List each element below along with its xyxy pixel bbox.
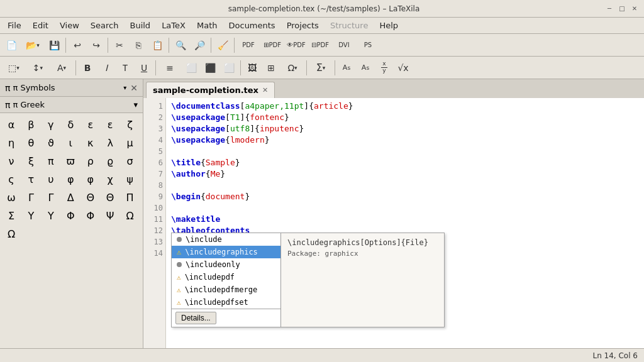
greek-char-Upsilon2[interactable]: Υ bbox=[42, 207, 60, 224]
menu-search[interactable]: Search bbox=[86, 19, 124, 31]
greek-char-theta[interactable]: θ bbox=[22, 134, 40, 151]
greek-char-epsilon[interactable]: ε bbox=[82, 116, 99, 133]
greek-char-omega[interactable]: ω bbox=[3, 189, 20, 206]
ac-item-includepdf[interactable]: ⚠ \includepdf bbox=[172, 271, 280, 283]
greek-char-iota[interactable]: ι bbox=[62, 134, 79, 151]
close-window-button[interactable]: ✕ bbox=[630, 4, 639, 13]
ac-item-includepdfmerge[interactable]: ⚠ \includepdfmerge bbox=[172, 283, 280, 296]
table-button[interactable]: ⊞ bbox=[262, 59, 280, 77]
build-view-button[interactable]: 👁PDF bbox=[285, 36, 308, 54]
greek-char-Omega[interactable]: Ω bbox=[121, 207, 139, 224]
greek-char-varepsilon[interactable]: ε bbox=[101, 116, 119, 133]
indent-button[interactable]: ⬚▾ bbox=[3, 59, 25, 77]
greek-char-vartheta[interactable]: ϑ bbox=[42, 134, 60, 151]
greek-char-Delta[interactable]: Δ bbox=[62, 189, 79, 206]
greek-char-psi[interactable]: ψ bbox=[121, 170, 139, 188]
greek-char-Psi[interactable]: Ψ bbox=[101, 207, 119, 224]
ac-item-includegraphics[interactable]: ⚠ \includegraphics bbox=[172, 246, 280, 258]
greek-char-varsigma[interactable]: ς bbox=[3, 170, 20, 188]
subscript-button[interactable]: As bbox=[357, 59, 374, 77]
tab-close-button[interactable]: ✕ bbox=[262, 86, 268, 94]
greek-char-mu[interactable]: μ bbox=[121, 134, 139, 151]
figure-button[interactable]: 🖼 bbox=[243, 59, 261, 77]
fontsize-button[interactable]: A▾ bbox=[50, 59, 73, 77]
greek-char-Theta[interactable]: Θ bbox=[82, 189, 99, 206]
symbols-close-button[interactable]: ✕ bbox=[130, 83, 138, 93]
ac-item-includeonly[interactable]: \includeonly bbox=[172, 258, 280, 271]
greek-char-varrho[interactable]: ϱ bbox=[101, 152, 119, 170]
greek-char-nu[interactable]: ν bbox=[3, 152, 20, 170]
build-ps-button[interactable]: PS bbox=[357, 36, 379, 54]
greek-char-beta[interactable]: β bbox=[22, 116, 40, 133]
find-replace-button[interactable]: 🔎 bbox=[191, 36, 208, 54]
align-right-button[interactable]: ⬜ bbox=[220, 59, 238, 77]
symbols-dropdown-icon[interactable]: ▾ bbox=[123, 84, 126, 91]
maximize-button[interactable]: □ bbox=[618, 4, 626, 13]
greek-char-alpha[interactable]: α bbox=[3, 116, 20, 133]
menu-latex[interactable]: LaTeX bbox=[157, 19, 191, 31]
new-button[interactable]: 📄 bbox=[3, 36, 20, 54]
ac-item-includepdfset[interactable]: ⚠ \includepdfset bbox=[172, 296, 280, 309]
greek-char-phi[interactable]: φ bbox=[62, 170, 79, 188]
clean-button[interactable]: 🧹 bbox=[214, 36, 231, 54]
undo-button[interactable]: ↩ bbox=[69, 36, 86, 54]
greek-char-Upsilon[interactable]: Υ bbox=[22, 207, 40, 224]
code-editor[interactable]: 12345 678910 11121314 \documentclass[a4p… bbox=[143, 98, 644, 348]
menu-build[interactable]: Build bbox=[125, 19, 155, 31]
greek-char-chi[interactable]: χ bbox=[101, 170, 119, 188]
superscript-button[interactable]: As bbox=[338, 59, 355, 77]
ac-details-button[interactable]: Details... bbox=[175, 312, 216, 324]
menu-help[interactable]: Help bbox=[374, 19, 403, 31]
greek-char-delta[interactable]: δ bbox=[62, 116, 79, 133]
greek-char-xi[interactable]: ξ bbox=[22, 152, 40, 170]
greek-char-Theta2[interactable]: Θ bbox=[101, 189, 119, 206]
build-dvi-button[interactable]: DVI bbox=[333, 36, 355, 54]
greek-char-pi[interactable]: π bbox=[42, 152, 60, 170]
cut-button[interactable]: ✂ bbox=[111, 36, 128, 54]
bold-button[interactable]: B bbox=[79, 59, 96, 77]
save-button[interactable]: 💾 bbox=[45, 36, 63, 54]
greek-char-varphi[interactable]: φ bbox=[82, 170, 99, 188]
fraction-button[interactable]: xy bbox=[375, 59, 393, 77]
char-button[interactable]: Ω▾ bbox=[281, 59, 304, 77]
editor-tab[interactable]: sample-completion.tex ✕ bbox=[146, 82, 275, 98]
greek-char-lambda[interactable]: λ bbox=[101, 134, 119, 151]
greek-char-zeta[interactable]: ζ bbox=[121, 116, 139, 133]
minimize-button[interactable]: ─ bbox=[605, 4, 614, 13]
menu-file[interactable]: File bbox=[3, 19, 26, 31]
redo-button[interactable]: ↪ bbox=[87, 36, 105, 54]
greek-char-Sigma[interactable]: Σ bbox=[3, 207, 20, 224]
ac-item-include[interactable]: \include bbox=[172, 233, 280, 246]
greek-char-tau[interactable]: τ bbox=[22, 170, 40, 188]
sum-button[interactable]: Σ▾ bbox=[309, 59, 332, 77]
greek-char-gamma[interactable]: γ bbox=[42, 116, 60, 133]
greek-char-Pi[interactable]: Π bbox=[121, 189, 139, 206]
align-left-button[interactable]: ⬜ bbox=[182, 59, 200, 77]
greek-char-eta[interactable]: η bbox=[3, 134, 20, 151]
build-pdf-button[interactable]: PDF bbox=[237, 36, 260, 54]
greek-char-Phi[interactable]: Φ bbox=[62, 207, 79, 224]
menu-documents[interactable]: Documents bbox=[224, 19, 280, 31]
open-button[interactable]: 📂▾ bbox=[21, 36, 44, 54]
greek-char-Phi2[interactable]: Φ bbox=[82, 207, 99, 224]
greek-char-Omega2[interactable]: Ω bbox=[3, 225, 20, 243]
align-button[interactable]: ≡ bbox=[158, 59, 181, 77]
greek-char-sigma[interactable]: σ bbox=[121, 152, 139, 170]
greek-char-varpi[interactable]: ϖ bbox=[62, 152, 79, 170]
find-button[interactable]: 🔍 bbox=[172, 36, 189, 54]
greek-char-upsilon[interactable]: υ bbox=[42, 170, 60, 188]
linesp-button[interactable]: ↕▾ bbox=[26, 59, 49, 77]
paste-button[interactable]: 📋 bbox=[148, 36, 166, 54]
build-pdflatex-button[interactable]: ⊟PDF bbox=[309, 36, 331, 54]
greek-char-kappa[interactable]: κ bbox=[82, 134, 99, 151]
build-pdf2-button[interactable]: ⊞PDF bbox=[261, 36, 284, 54]
menu-projects[interactable]: Projects bbox=[282, 19, 324, 31]
menu-view[interactable]: View bbox=[55, 19, 84, 31]
italic-button[interactable]: I bbox=[97, 59, 115, 77]
align-center-button[interactable]: ⬛ bbox=[201, 59, 219, 77]
greek-char-Gamma[interactable]: Γ bbox=[22, 189, 40, 206]
greek-section-header[interactable]: π π Greek ▾ bbox=[0, 97, 143, 113]
greek-char-rho[interactable]: ρ bbox=[82, 152, 99, 170]
copy-button[interactable]: ⎘ bbox=[130, 36, 147, 54]
menu-edit[interactable]: Edit bbox=[28, 19, 53, 31]
